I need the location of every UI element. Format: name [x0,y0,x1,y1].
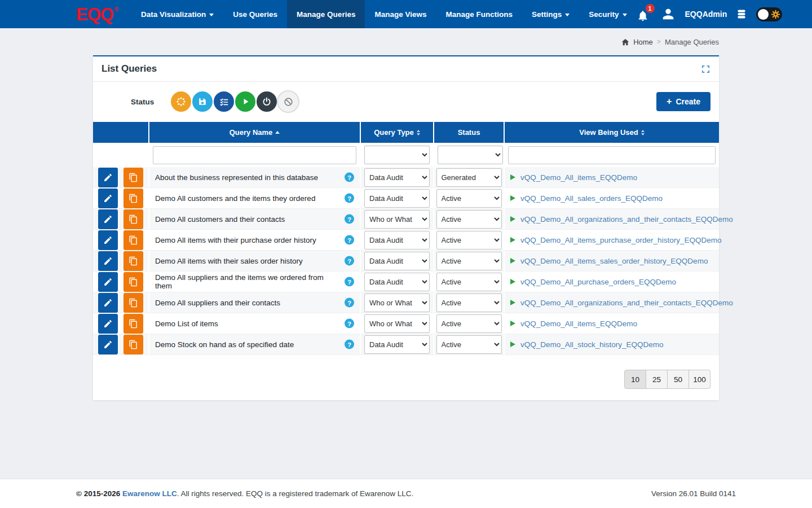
query-type-select[interactable]: Who or What [364,210,430,229]
query-type-select[interactable]: Data Audit [364,189,430,208]
nav-item-settings[interactable]: Settings [522,0,579,28]
status-saved-button[interactable] [191,90,214,113]
status-active-button[interactable] [234,90,257,113]
database-button[interactable] [736,8,747,20]
nav-item-data-visualization[interactable]: Data Visualization [131,0,223,28]
create-button[interactable]: + Create [656,92,710,111]
edit-button[interactable] [98,314,118,334]
row-actions-cell [93,230,149,251]
edit-button[interactable] [98,293,118,313]
status-select[interactable]: Active [436,231,502,249]
copy-button[interactable] [123,314,143,334]
edit-button[interactable] [98,168,118,187]
breadcrumb-home[interactable]: Home [621,38,653,46]
copy-button[interactable] [123,335,143,354]
nav-item-security[interactable]: Security [579,0,636,28]
view-link[interactable]: vQQ_Demo_All_items_purchase_order_histor… [520,236,721,244]
status-select[interactable]: Active [436,273,502,291]
header-view-being-used[interactable]: View Being Used [505,122,719,143]
status-select[interactable]: Active [436,294,502,312]
query-type-select[interactable]: Data Audit [364,335,430,354]
copy-button[interactable] [123,189,143,208]
status-checklist-button[interactable] [213,90,235,113]
status-disabled-button[interactable] [277,90,299,113]
header-status[interactable]: Status [434,122,505,143]
create-button-label: Create [676,97,700,106]
app-logo[interactable]: EQQ ® [76,0,118,28]
help-icon[interactable]: ? [345,319,354,329]
help-icon[interactable]: ? [345,277,354,287]
copy-button[interactable] [123,230,143,250]
help-icon[interactable]: ? [345,194,354,203]
view-link[interactable]: vQQ_Demo_All_sales_orders_EQQDemo [520,194,663,203]
expand-button[interactable] [701,64,710,74]
query-name-filter-input[interactable] [153,146,356,164]
status-cell: Active [434,251,505,271]
status-select[interactable]: Active [436,189,502,208]
status-inactive-button[interactable] [255,90,278,113]
status-select[interactable]: Generated [436,168,502,187]
query-type-select[interactable]: Who or What [364,294,430,312]
copy-button[interactable] [123,209,143,229]
status-select[interactable]: Active [436,252,502,270]
edit-button[interactable] [98,230,118,250]
power-icon [261,96,272,107]
page-size-100-button[interactable]: 100 [689,370,710,389]
view-filter-input[interactable] [508,146,716,164]
edit-button[interactable] [98,272,118,292]
page: EQQ ® Data Visualization Use Queries Man… [0,0,812,508]
nav-item-use-queries[interactable]: Use Queries [223,0,287,28]
help-icon[interactable]: ? [345,256,354,266]
status-filter-select[interactable] [438,146,503,164]
status-select[interactable]: Active [436,335,502,354]
view-link[interactable]: vQQ_Demo_All_items_sales_order_history_E… [520,257,708,265]
copy-icon [129,235,138,245]
view-link[interactable]: vQQ_Demo_All_organizations_and_their_con… [520,215,733,224]
header-query-name[interactable]: Query Name [149,122,361,143]
header-query-type[interactable]: Query Type [361,122,434,143]
view-link[interactable]: vQQ_Demo_All_organizations_and_their_con… [520,299,733,307]
status-select[interactable]: Active [436,210,502,229]
help-icon[interactable]: ? [345,340,354,349]
nav-item-manage-views[interactable]: Manage Views [365,0,436,28]
edit-button[interactable] [98,189,118,208]
query-name-cell: Demo List of items ? [149,313,361,334]
query-type-select[interactable]: Data Audit [364,231,430,249]
query-type-select[interactable]: Data Audit [364,168,430,187]
status-select[interactable]: Active [436,314,502,333]
view-link[interactable]: vQQ_Demo_All_stock_history_EQQDemo [520,340,664,349]
page-size-25-button[interactable]: 25 [646,370,668,389]
nav-item-manage-queries[interactable]: Manage Queries [287,0,365,28]
query-type-select[interactable]: Data Audit [364,273,430,291]
pencil-icon [103,256,113,266]
copy-button[interactable] [123,293,143,313]
copy-button[interactable] [123,272,143,292]
company-link[interactable]: Ewarenow LLC [122,489,177,498]
query-type-select[interactable]: Data Audit [364,252,430,270]
edit-button[interactable] [98,209,118,229]
copy-icon [129,340,138,349]
help-icon[interactable]: ? [345,214,354,224]
nav-item-manage-functions[interactable]: Manage Functions [436,0,522,28]
expand-icon [701,64,710,74]
view-link[interactable]: vQQ_Demo_All_items_EQQDemo [520,173,637,182]
copy-button[interactable] [123,168,143,187]
status-generated-button[interactable] [170,90,192,113]
notifications-button[interactable]: 1 [637,6,651,23]
help-icon[interactable]: ? [345,298,354,308]
help-icon[interactable]: ? [345,235,354,245]
query-type-filter-select[interactable] [364,146,430,164]
query-type-select[interactable]: Who or What [364,314,430,333]
view-cell: vQQ_Demo_All_items_EQQDemo [505,313,719,334]
page-size-10-button[interactable]: 10 [624,370,646,389]
theme-toggle[interactable] [756,7,782,21]
help-icon[interactable]: ? [345,173,354,182]
view-link[interactable]: vQQ_Demo_All_items_EQQDemo [520,319,637,328]
copy-button[interactable] [123,251,143,271]
page-size-50-button[interactable]: 50 [667,370,689,389]
edit-button[interactable] [98,335,118,354]
user-menu[interactable] [660,6,676,22]
username-label[interactable]: EQQAdmin [685,10,727,19]
edit-button[interactable] [98,251,118,271]
view-link[interactable]: vQQ_Demo_All_purchase_orders_EQQDemo [520,278,676,286]
